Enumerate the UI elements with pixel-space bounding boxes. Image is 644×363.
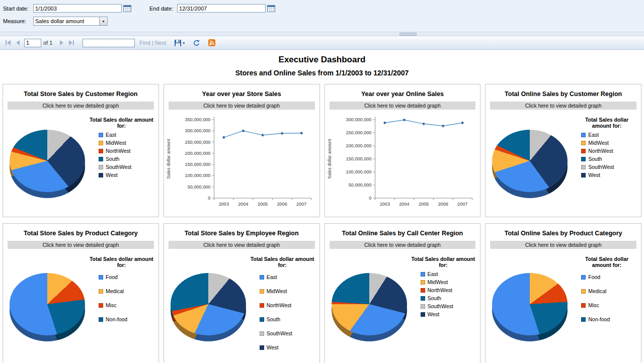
pie-chart[interactable] <box>168 270 250 345</box>
legend-title: Total Sales dollar amount for: <box>89 117 154 129</box>
chart-row: Total Sales dollar amount for: East MidW… <box>3 112 158 217</box>
detail-graph-button[interactable]: Click here to view detailed graph <box>8 241 154 249</box>
rss-data-feed-icon <box>208 39 215 46</box>
previous-page-icon <box>15 40 21 46</box>
end-date-input[interactable] <box>177 4 266 13</box>
detail-graph-button[interactable]: Click here to view detailed graph <box>490 102 636 110</box>
legend-item: East <box>260 274 315 280</box>
svg-text:150,000,000: 150,000,000 <box>346 156 371 161</box>
report-toolbar: of 1 Find | Next ▾ <box>0 36 644 50</box>
legend-label: South <box>267 316 280 322</box>
pie-surface <box>10 130 85 192</box>
legend-label: South <box>588 156 602 162</box>
legend-label: East <box>267 274 277 280</box>
find-text-input[interactable] <box>83 39 135 47</box>
pie-chart[interactable] <box>329 270 411 345</box>
legend-label: MidWest <box>106 140 126 146</box>
pie-surface <box>10 273 85 335</box>
chevron-down-icon: ▼ <box>99 17 107 25</box>
legend-label: SouthWest <box>428 303 453 309</box>
page-count-label: of 1 <box>43 40 52 46</box>
svg-text:100,000,000: 100,000,000 <box>346 169 371 174</box>
find-next-link[interactable]: Next <box>155 40 167 46</box>
next-page-button[interactable] <box>57 39 66 46</box>
panel-title: Total Online Sales by Call Center Region <box>325 230 480 237</box>
legend-swatch <box>99 149 103 153</box>
svg-text:Sales dollar amount: Sales dollar amount <box>327 139 332 179</box>
legend-label: West <box>588 172 600 178</box>
page-number-input[interactable] <box>24 39 41 47</box>
chart-legend: Total Sales dollar amount for: East MidW… <box>411 251 480 363</box>
legend-item: East <box>421 271 476 277</box>
svg-text:2004: 2004 <box>399 202 409 207</box>
refresh-circular-arrow-icon <box>193 39 200 47</box>
legend-swatch <box>421 272 425 277</box>
chart-legend: Total Sales dollar amount for: Food Medi… <box>571 251 641 363</box>
end-date-label: End date: <box>149 6 173 12</box>
chart-row: Total Sales dollar amount for: Food Medi… <box>3 251 158 363</box>
pie-chart[interactable] <box>490 270 571 345</box>
start-date-input[interactable] <box>33 4 122 13</box>
legend-swatch <box>581 289 586 294</box>
start-date-calendar-button[interactable] <box>123 5 131 13</box>
first-page-icon <box>5 40 12 46</box>
svg-text:2007: 2007 <box>296 202 306 207</box>
legend-item: NorthWest <box>581 148 637 154</box>
measure-select[interactable]: Sales dollar amount ▼ <box>33 17 108 26</box>
detail-graph-button[interactable]: Click here to view detailed graph <box>169 241 315 249</box>
end-date-calendar-button[interactable] <box>267 5 275 13</box>
svg-text:50,000,000: 50,000,000 <box>348 183 371 188</box>
svg-text:2005: 2005 <box>258 202 268 207</box>
legend-item: NorthWest <box>421 287 476 293</box>
panel-title: Total Store Sales by Employee Region <box>164 230 319 237</box>
legend-swatch <box>581 149 586 153</box>
legend-swatch <box>581 157 586 161</box>
first-page-button[interactable] <box>3 39 13 46</box>
legend-swatch <box>581 165 586 169</box>
pie-chart[interactable] <box>490 127 571 202</box>
panel-total-online-sales-by-product-category: Total Online Sales by Product Category C… <box>485 223 641 363</box>
refresh-button[interactable] <box>191 39 202 47</box>
legend-label: Non-food <box>106 316 127 322</box>
legend-label: SouthWest <box>267 330 292 336</box>
report-area: Executive Dashboard Stores and Online Sa… <box>0 50 644 363</box>
data-feed-export-button[interactable] <box>207 39 217 47</box>
calendar-icon <box>123 5 131 12</box>
chart-legend: Total Sales dollar amount for: East MidW… <box>250 251 319 363</box>
pie-chart[interactable] <box>7 127 89 202</box>
legend-label: Medical <box>588 288 606 294</box>
legend-item: Non-food <box>99 316 154 322</box>
legend-swatch <box>99 317 103 322</box>
pie-surface <box>492 130 568 192</box>
previous-page-button[interactable] <box>13 39 22 46</box>
legend-label: South <box>428 295 441 301</box>
legend-label: NorthWest <box>267 302 291 308</box>
chart-row: Total Sales dollar amount for: East MidW… <box>486 112 641 217</box>
legend-swatch <box>99 173 103 177</box>
legend-label: Medical <box>106 288 124 294</box>
export-button[interactable]: ▾ <box>173 39 186 47</box>
pie-chart[interactable] <box>7 270 89 345</box>
detail-graph-button[interactable]: Click here to view detailed graph <box>330 241 476 249</box>
legend-swatch <box>581 317 586 322</box>
legend-swatch <box>421 288 425 293</box>
legend-item: South <box>99 156 154 162</box>
measure-parameter-row: Measure: Sales dollar amount ▼ <box>3 17 640 26</box>
last-page-button[interactable] <box>66 39 76 46</box>
find-link[interactable]: Find <box>139 40 150 46</box>
legend-swatch <box>260 317 264 322</box>
detail-graph-button[interactable]: Click here to view detailed graph <box>330 102 476 110</box>
legend-swatch <box>581 133 586 137</box>
detail-graph-button[interactable]: Click here to view detailed graph <box>490 241 636 249</box>
splitter-handle[interactable] <box>399 33 417 36</box>
legend-swatch <box>99 141 103 145</box>
report-title: Executive Dashboard <box>0 55 644 65</box>
line-chart[interactable]: 050,000,000100,000,000150,000,000200,000… <box>326 112 477 215</box>
legend-item: Food <box>581 274 637 280</box>
legend-label: West <box>106 172 118 178</box>
line-chart[interactable]: 050,000,000100,000,000150,000,000200,000… <box>165 112 316 215</box>
legend-item: Misc <box>99 302 154 308</box>
detail-graph-button[interactable]: Click here to view detailed graph <box>169 102 315 110</box>
legend-swatch <box>581 275 586 280</box>
detail-graph-button[interactable]: Click here to view detailed graph <box>8 102 154 110</box>
